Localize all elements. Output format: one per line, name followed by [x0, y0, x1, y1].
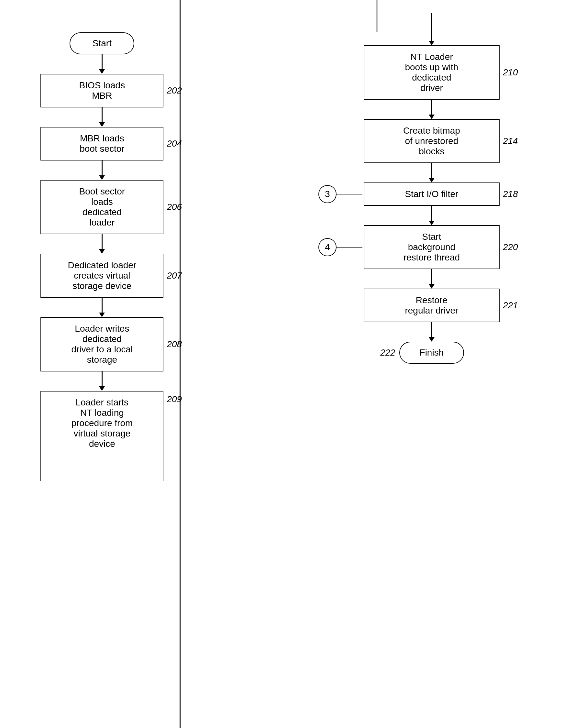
arrow-line [102, 55, 103, 69]
n204-label: 204 [167, 138, 182, 149]
arrow-head-6 [99, 386, 105, 391]
n214-wrapper: Create bitmapof unrestoredblocks 214 [364, 119, 500, 163]
n214-box: Create bitmapof unrestoredblocks [364, 119, 500, 163]
n208-box: Loader writesdedicateddriver to a locals… [40, 317, 163, 372]
n202-box: BIOS loadsMBR [40, 74, 163, 107]
n221-wrapper: Restoreregular driver 221 [364, 289, 500, 322]
arrow-head-3 [99, 175, 105, 180]
n207-wrapper: Dedicated loadercreates virtualstorage d… [40, 254, 163, 298]
arrow-head-4 [99, 249, 105, 254]
connector-4: 4 [318, 238, 337, 256]
n221-label: 221 [503, 300, 518, 311]
connector-3-line [337, 194, 363, 195]
start-node: Start [70, 32, 134, 55]
connector-4-line [337, 247, 363, 248]
n220-box: Startbackgroundrestore thread [364, 225, 500, 269]
n206-wrapper: Boot sectorloadsdedicatedloader 206 [40, 180, 163, 234]
arrow-2 [99, 107, 105, 127]
arrow-1 [99, 55, 105, 74]
start-node-wrapper: Start [70, 32, 134, 55]
n209-wrapper: Loader startsNT loadingprocedure fromvir… [40, 391, 163, 455]
top-arrow [429, 13, 435, 45]
finish-label: 222 [380, 347, 396, 358]
n210-label: 210 [503, 67, 518, 78]
n202-wrapper: BIOS loadsMBR 202 [40, 74, 163, 107]
n209-box: Loader startsNT loadingprocedure fromvir… [40, 391, 163, 455]
arrow-line-6 [102, 372, 103, 386]
n204-wrapper: MBR loadsboot sector 204 [40, 127, 163, 161]
n208-wrapper: Loader writesdedicateddriver to a locals… [40, 317, 163, 372]
finish-wrapper: 222 Finish [399, 342, 464, 364]
n220-label: 220 [503, 242, 518, 252]
arrow-r5 [429, 269, 435, 289]
arrow-line-r6 [431, 322, 432, 337]
arrow-line-4 [102, 234, 103, 249]
arrow-head-r2 [429, 114, 435, 119]
finish-node: Finish [399, 342, 464, 364]
n204-box: MBR loadsboot sector [40, 127, 163, 161]
arrow-line-5 [102, 298, 103, 313]
arrow-line-r5 [431, 269, 432, 284]
top-arrow-line [431, 13, 432, 41]
n214-label: 214 [503, 136, 518, 146]
diagram-container: Start BIOS loadsMBR 202 MBR loadsboot se… [0, 0, 575, 728]
arrow-head-r5 [429, 284, 435, 289]
arrow-line-2 [102, 107, 103, 122]
connector-3: 3 [318, 185, 337, 203]
n220-wrapper: 4 Startbackgroundrestore thread 220 [364, 225, 500, 269]
arrow-head-r4 [429, 221, 435, 225]
n206-label: 206 [167, 202, 182, 212]
n218-label: 218 [503, 189, 518, 199]
n209-open-bottom [40, 455, 163, 481]
n207-box: Dedicated loadercreates virtualstorage d… [40, 254, 163, 298]
n210-box: NT Loaderboots up withdedicateddriver [364, 45, 500, 100]
top-arrow-head [429, 41, 435, 45]
n206-box: Boot sectorloadsdedicatedloader [40, 180, 163, 234]
n209-label: 209 [167, 394, 182, 405]
n202-label: 202 [167, 85, 182, 96]
n210-wrapper: NT Loaderboots up withdedicateddriver 21… [364, 45, 500, 100]
arrow-head [99, 69, 105, 74]
arrow-line-r3 [431, 163, 432, 178]
left-column: Start BIOS loadsMBR 202 MBR loadsboot se… [20, 13, 185, 715]
n208-label: 208 [167, 339, 182, 349]
arrow-head-2 [99, 122, 105, 127]
arrow-4 [99, 234, 105, 254]
n207-label: 207 [167, 271, 182, 281]
right-column: NT Loaderboots up withdedicateddriver 21… [308, 13, 555, 715]
arrow-line-r4 [431, 206, 432, 221]
arrow-line-3 [102, 161, 103, 175]
arrow-5 [99, 298, 105, 317]
arrow-r2 [429, 100, 435, 119]
arrow-6 [99, 372, 105, 391]
n218-box: Start I/O filter [364, 182, 500, 206]
n218-wrapper: 3 Start I/O filter 218 [364, 182, 500, 206]
arrow-head-5 [99, 313, 105, 317]
arrow-3 [99, 161, 105, 180]
arrow-r6 [429, 322, 435, 342]
arrow-head-r3 [429, 178, 435, 182]
arrow-r3 [429, 163, 435, 182]
arrow-r4 [429, 206, 435, 225]
arrow-head-r6 [429, 337, 435, 342]
n221-box: Restoreregular driver [364, 289, 500, 322]
arrow-line-r2 [431, 100, 432, 114]
